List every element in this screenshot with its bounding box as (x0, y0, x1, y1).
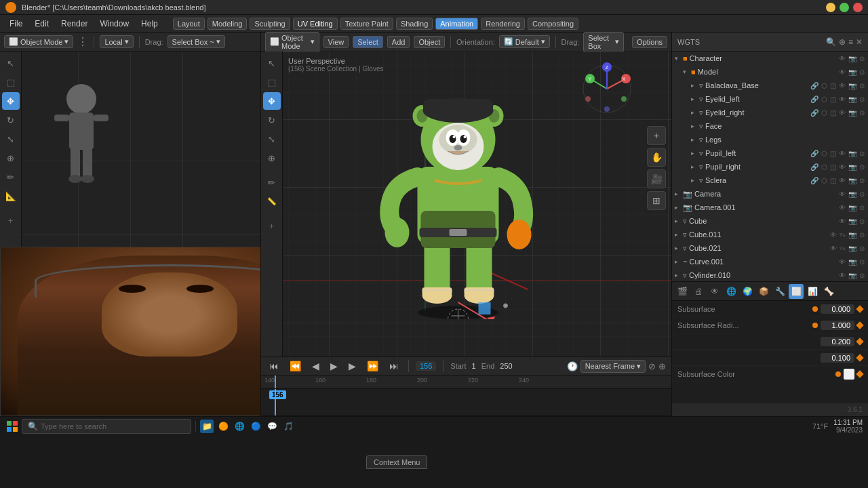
object-props-btn[interactable]: 📦 (756, 284, 771, 299)
balaclava-eye[interactable]: 👁 (838, 82, 846, 89)
modeling-btn[interactable]: Modeling (208, 18, 248, 30)
balaclava-render[interactable]: ⊙ (859, 82, 865, 89)
el-rigging[interactable]: ⬡ (821, 96, 828, 103)
view-props-btn[interactable]: 👁 (707, 284, 722, 299)
texture-paint-btn[interactable]: Texture Paint (340, 18, 393, 30)
model-camera-icon[interactable]: 📷 (848, 68, 857, 76)
tree-item-cube021[interactable]: ▸ ▿ Cube.021 👁 ▿₆ 📷 ⊙ (672, 241, 868, 255)
taskbar-chrome-icon[interactable]: 🔵 (249, 420, 262, 433)
options-btn[interactable]: Options (632, 36, 667, 48)
select-tool[interactable]: ⬚ (2, 73, 20, 91)
bone-props-btn[interactable]: 🦴 (821, 284, 836, 299)
c011-eye[interactable]: 👁 (829, 231, 837, 239)
rotate-tool[interactable]: ↻ (2, 111, 20, 129)
cam001-eye[interactable]: 👁 (838, 204, 846, 211)
model-render-icon[interactable]: ⊙ (859, 68, 865, 76)
timeline-track[interactable]: 140 160 180 200 220 240 156 (261, 375, 671, 416)
compositing-btn[interactable]: Compositing (528, 18, 578, 30)
subsurface-color-keyframe[interactable] (856, 370, 863, 378)
jump-start-btn[interactable]: ⏮ (267, 359, 281, 373)
el-camera[interactable]: 📷 (848, 96, 857, 103)
add-btn[interactable]: Add (387, 36, 410, 48)
pl-links[interactable]: 🔗 (810, 150, 819, 157)
menu-help[interactable]: Help (136, 18, 163, 30)
right-annotate-tool[interactable]: ✏ (263, 174, 281, 191)
sc-eye[interactable]: 👁 (838, 177, 846, 184)
timeline-content[interactable]: 156 (261, 389, 671, 416)
right-select-tool[interactable]: ⬚ (263, 73, 281, 91)
menu-window[interactable]: Window (94, 18, 134, 30)
subsurface-keyframe[interactable] (856, 305, 863, 312)
subsurface-radi-val-3[interactable]: 0.100 (821, 353, 854, 363)
c021-eye[interactable]: 👁 (829, 245, 837, 252)
pl-render[interactable]: ⊙ (859, 150, 865, 157)
cube-eye[interactable]: 👁 (838, 218, 846, 225)
pl-camera[interactable]: 📷 (848, 150, 857, 157)
end-frame-val[interactable]: 250 (500, 362, 512, 370)
rendering-btn[interactable]: Rendering (481, 18, 525, 30)
subsurface-radi-kf3[interactable] (856, 354, 863, 361)
char-render-icon[interactable]: ⊙ (859, 55, 865, 62)
taskbar-search-box[interactable]: 🔍 Type here to search (22, 419, 191, 434)
pr-render[interactable]: ⊙ (859, 163, 865, 171)
render-props-btn[interactable]: 🎬 (675, 284, 690, 299)
measure-tool[interactable]: 📐 (2, 187, 20, 205)
model-eye-icon[interactable]: 👁 (838, 68, 846, 76)
taskbar-files-icon[interactable]: 📁 (200, 420, 214, 433)
tree-item-cube011[interactable]: ▸ ▿ Cube.011 👁 ▿₆ 📷 ⊙ (672, 228, 868, 241)
pr-mirror[interactable]: ◫ (829, 163, 837, 171)
play-btn[interactable]: ▶ (328, 359, 340, 373)
sc-rigging[interactable]: ⬡ (821, 177, 828, 184)
sc-camera[interactable]: 📷 (848, 177, 857, 184)
select-box-btn[interactable]: Select Box ~ ▾ (167, 35, 225, 48)
output-props-btn[interactable]: 🖨 (691, 284, 706, 299)
sync-icon[interactable]: 🕐 (567, 361, 578, 371)
modifier-props-btn[interactable]: 🔧 (772, 284, 787, 299)
c021-camera[interactable]: 📷 (848, 245, 857, 252)
cam001-render[interactable]: ⊙ (859, 204, 865, 211)
zoom-in-btn[interactable]: + (647, 126, 666, 145)
subsurface-radi-keyframe[interactable] (856, 321, 863, 329)
subsurface-value[interactable]: 0.000 (821, 304, 854, 314)
el-render[interactable]: ⊙ (859, 96, 865, 103)
tree-item-camera[interactable]: ▸ 📷 Camera 👁 📷 ⊙ (672, 187, 868, 201)
outliner-tree[interactable]: ▾ ■ Character 👁 📷 ⊙ ▾ ■ Model 👁 📷 ⊙ (672, 52, 868, 281)
current-frame-display[interactable]: 156 (416, 361, 436, 371)
sculpting-btn[interactable]: Sculpting (250, 18, 290, 30)
c011-render[interactable]: ⊙ (859, 231, 865, 239)
uv-editing-btn[interactable]: UV Editing (293, 18, 338, 30)
menu-render[interactable]: Render (56, 18, 93, 30)
zoom-out-btn[interactable]: 🎥 (647, 169, 666, 188)
scale-tool[interactable]: ⤡ (2, 130, 20, 148)
taskbar-discord-icon[interactable]: 💬 (265, 420, 279, 433)
world-props-btn[interactable]: 🌍 (740, 284, 755, 299)
right-select-box-btn[interactable]: Select Box ▾ (583, 32, 624, 52)
sc-links[interactable]: 🔗 (810, 177, 819, 184)
jump-forward-btn[interactable]: ⏩ (364, 359, 381, 373)
playback-toggle-2[interactable]: ⊕ (658, 361, 666, 371)
navigation-gizmo[interactable]: X Y Z (580, 62, 634, 116)
scene-props-btn[interactable]: 🌐 (724, 284, 738, 299)
menu-edit[interactable]: Edit (29, 18, 54, 30)
pr-eye[interactable]: 👁 (838, 163, 846, 171)
move-tool[interactable]: ✥ (2, 92, 20, 110)
nearest-frame-btn[interactable]: Nearest Frame ▾ (580, 360, 646, 373)
prev-frame-btn[interactable]: ◀ (309, 359, 322, 373)
tree-item-pupil-right[interactable]: ▸ ▿ Pupil_right 🔗 ⬡ ◫ 👁 📷 ⊙ (672, 160, 868, 174)
context-menu[interactable]: Context Menu (366, 455, 427, 469)
tree-item-character[interactable]: ▾ ■ Character 👁 📷 ⊙ (672, 52, 868, 65)
taskbar-spotify-icon[interactable]: 🎵 (281, 420, 295, 433)
left-viewport[interactable]: ↖ ⬚ ✥ ↻ ⤡ ⊕ ✏ 📐 + (0, 52, 260, 416)
maximize-button[interactable] (840, 3, 849, 12)
cur-eye[interactable]: 👁 (838, 258, 846, 266)
cyl-render[interactable]: ⊙ (859, 272, 865, 279)
cyl-camera[interactable]: 📷 (848, 272, 857, 279)
balaclava-links[interactable]: 🔗 (810, 82, 819, 89)
right-scale-tool[interactable]: ⤡ (263, 130, 281, 148)
subsurface-radi-val-2[interactable]: 0.200 (821, 337, 854, 346)
3d-viewport[interactable]: ↖ ⬚ ✥ ↻ ⤡ ⊕ ✏ 📏 + User Perspective (156)… (261, 52, 671, 357)
start-frame-val[interactable]: 1 (472, 362, 476, 370)
cur-render[interactable]: ⊙ (859, 258, 865, 266)
pr-camera[interactable]: 📷 (848, 163, 857, 171)
balaclava-rigging[interactable]: ⬡ (821, 82, 828, 89)
